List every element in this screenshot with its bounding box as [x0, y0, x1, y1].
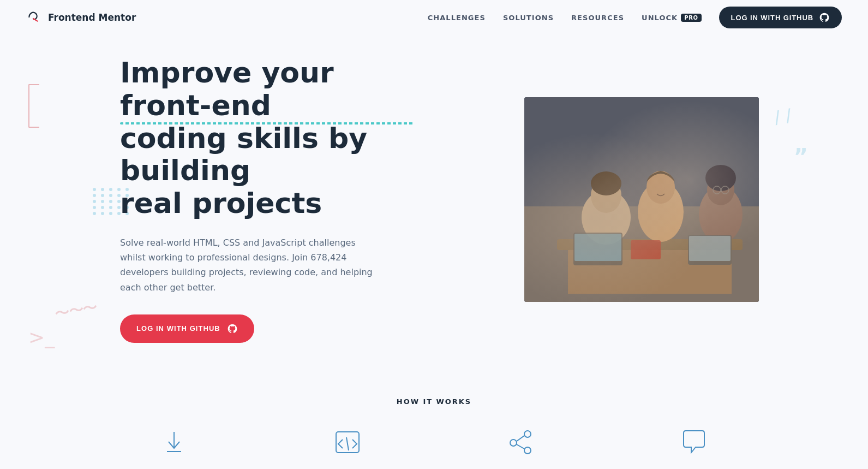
how-step-code [333, 428, 362, 457]
nav-resources[interactable]: RESOURCES [571, 14, 624, 22]
navigation: Frontend Mentor CHALLENGES SOLUTIONS RES… [0, 0, 868, 35]
deco-bracket [28, 84, 39, 128]
hero-image-wrap [524, 97, 759, 302]
svg-point-26 [524, 431, 531, 437]
hero-image [524, 97, 759, 302]
svg-point-9 [646, 171, 675, 204]
svg-point-19 [721, 186, 729, 194]
how-step-share [506, 428, 535, 457]
github-icon-hero [227, 323, 238, 334]
svg-rect-2 [524, 206, 759, 302]
svg-line-29 [517, 436, 524, 441]
hero-title: Improve your front-end coding skills by … [120, 57, 415, 220]
svg-point-7 [591, 171, 621, 195]
hero-title-line3: real projects [120, 187, 322, 219]
deco-wave: 〜〜〜 [53, 296, 98, 324]
hero-title-line1: Improve your front-end [120, 57, 415, 122]
svg-point-12 [705, 165, 736, 191]
logo-link[interactable]: Frontend Mentor [26, 9, 136, 26]
share-icon [506, 428, 535, 457]
svg-rect-4 [568, 250, 732, 294]
github-icon [819, 12, 830, 23]
nav-challenges[interactable]: CHALLENGES [428, 14, 486, 22]
svg-rect-3 [557, 239, 743, 250]
pro-badge: PRO [681, 14, 701, 22]
login-button[interactable]: LOG IN WITH GITHUB [719, 7, 842, 28]
code-icon [333, 428, 362, 457]
svg-point-8 [638, 182, 684, 242]
svg-rect-15 [688, 235, 732, 265]
deco-slash: / / [773, 105, 793, 128]
how-step-download [159, 428, 189, 457]
how-step-chat [679, 428, 709, 457]
deco-chevron: >_ [28, 326, 55, 348]
nav-links: CHALLENGES SOLUTIONS RESOURCES UNLOCK PR… [428, 7, 842, 28]
svg-rect-14 [574, 234, 621, 261]
svg-point-10 [699, 186, 743, 243]
svg-line-25 [346, 437, 349, 450]
hero-login-button[interactable]: LOG IN WITH GITHUB [120, 314, 254, 343]
hero-description: Solve real-world HTML, CSS and JavaScrip… [120, 235, 382, 295]
svg-line-30 [517, 444, 524, 449]
svg-point-28 [524, 447, 531, 454]
svg-point-27 [510, 440, 517, 446]
how-it-works-section: HOW IT WORKS [0, 376, 868, 468]
deco-quote: ” [794, 144, 808, 169]
logo-text: Frontend Mentor [48, 12, 136, 23]
svg-point-11 [707, 175, 734, 205]
hero-photo-svg [524, 97, 759, 302]
svg-rect-16 [689, 236, 731, 261]
chat-icon [679, 428, 709, 457]
hero-section: 〜〜〜 >_ / / ” Improve your front-end codi… [0, 35, 868, 376]
svg-point-18 [713, 186, 721, 194]
svg-point-5 [582, 190, 631, 245]
how-it-works-title: HOW IT WORKS [44, 397, 824, 406]
svg-rect-1 [524, 97, 759, 228]
svg-rect-21 [524, 97, 759, 302]
svg-rect-17 [631, 240, 661, 259]
svg-rect-13 [573, 233, 622, 265]
how-icons-row [44, 428, 824, 457]
nav-unlock[interactable]: UNLOCK PRO [642, 14, 702, 22]
nav-solutions[interactable]: SOLUTIONS [503, 14, 554, 22]
download-icon [159, 428, 189, 457]
hero-photo [524, 97, 759, 302]
logo-icon [26, 9, 44, 26]
svg-point-6 [591, 178, 621, 213]
svg-rect-0 [524, 97, 759, 302]
hero-title-line2: coding skills by building [120, 122, 367, 187]
hero-content: Improve your front-end coding skills by … [120, 57, 415, 343]
